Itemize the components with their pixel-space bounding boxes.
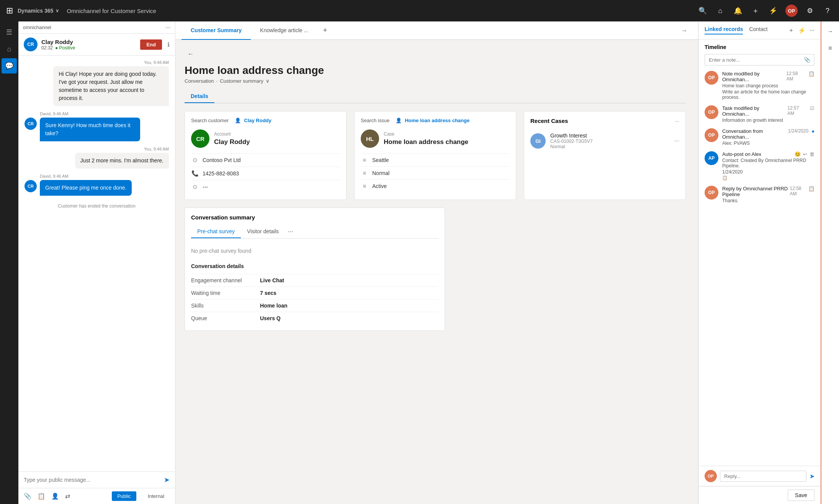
timeline-icon-1[interactable]: 📋 xyxy=(808,71,814,77)
top-nav: ⊞ Dynamics 365 ∨ Omnichannel for Custome… xyxy=(0,0,839,21)
public-button[interactable]: Public xyxy=(112,491,136,501)
note-attach-icon[interactable]: 📎 xyxy=(804,57,810,63)
attach-icon[interactable]: 📎 xyxy=(24,493,31,500)
conv-tab-more[interactable]: ··· xyxy=(285,225,296,238)
tab-customer-summary[interactable]: Customer Summary xyxy=(182,21,251,40)
customer-phone: 1425-882-8083 xyxy=(203,170,239,177)
conv-tab-prechat[interactable]: Pre-chat survey xyxy=(191,225,241,238)
status-icon: ≡ xyxy=(361,183,368,189)
save-button[interactable]: Save xyxy=(788,489,814,501)
breadcrumb-1[interactable]: Conversation xyxy=(185,78,214,84)
chat-input-area: ➤ xyxy=(18,471,175,488)
note-icon[interactable]: 📋 xyxy=(38,493,45,500)
customer-search-link[interactable]: Clay Roddy xyxy=(244,118,271,123)
reply-input[interactable] xyxy=(720,471,806,482)
timeline-reply-icon[interactable]: ↩ xyxy=(803,151,807,157)
tab-knowledge-article[interactable]: Knowledge article ... xyxy=(251,21,317,40)
customer-search-label: Search customer xyxy=(191,118,229,123)
sentiment-badge: ● Positive xyxy=(55,45,75,51)
customer-search-row: Search customer 👤 Clay Roddy xyxy=(191,118,340,123)
home-icon[interactable]: ⌂ xyxy=(715,5,726,16)
right-panel-tab-linked[interactable]: Linked records xyxy=(705,26,743,34)
timeline-desc-4a: Contact: Created By Omnichannel PRRD Pip… xyxy=(722,158,814,169)
timeline-content-3: Conversation from Omnichan... 1/24/2020 … xyxy=(722,128,814,146)
main-cards-row: Search customer 👤 Clay Roddy CR Account … xyxy=(185,111,686,200)
help-icon[interactable]: ? xyxy=(822,5,833,16)
breadcrumb: Conversation · Customer summary ∨ xyxy=(185,78,686,84)
case-item-more-1[interactable]: ··· xyxy=(674,137,679,144)
conv-detail-row-2: Waiting time 7 secs xyxy=(191,286,438,299)
far-right-sidebar: → ≡ xyxy=(821,21,839,504)
issue-avatar: HL xyxy=(361,129,379,148)
back-button[interactable]: ← xyxy=(185,49,197,59)
detail-tab-details[interactable]: Details xyxy=(185,90,214,103)
customer-company-row: ⊙ Contoso Pvt Ltd xyxy=(191,153,340,167)
timeline-avatar-4: AP xyxy=(705,151,718,165)
timeline-desc-1b: Write an article for the home loan chang… xyxy=(722,89,814,100)
details-tabs: Details xyxy=(185,90,686,103)
chat-header: CR Clay Roddy 02:32 ● Positive End ℹ xyxy=(18,34,175,56)
tab-collapse-button[interactable]: → xyxy=(677,21,692,40)
customer-avatar: CR xyxy=(191,129,209,148)
sidebar-chat-icon[interactable]: 💬 xyxy=(2,58,17,74)
right-panel-tab-contact[interactable]: Contact xyxy=(749,26,767,34)
reply-send-button[interactable]: ➤ xyxy=(810,473,814,480)
issue-search-link[interactable]: Home loan address change xyxy=(405,118,469,123)
transfer-icon[interactable]: ⇄ xyxy=(65,493,70,500)
send-button[interactable]: ➤ xyxy=(164,476,170,484)
timeline-icon-5[interactable]: 📋 xyxy=(808,186,814,191)
msg-bubble-c1: Sure Kenny! How much time does it take? xyxy=(40,118,140,141)
end-button[interactable]: End xyxy=(140,39,162,50)
user-avatar[interactable]: OP xyxy=(785,5,798,17)
grid-icon[interactable]: ⊞ xyxy=(6,6,13,16)
recent-cases-more[interactable]: ··· xyxy=(675,118,679,124)
add-icon[interactable]: ＋ xyxy=(750,5,761,16)
timeline-delete-icon[interactable]: 🗑 xyxy=(810,151,814,157)
internal-button[interactable]: Internal xyxy=(142,491,170,501)
right-panel-more-icon[interactable]: ··· xyxy=(810,27,814,34)
bell-icon[interactable]: 🔔 xyxy=(733,5,743,16)
msg-label-2: You, 9:48 AM xyxy=(75,147,169,151)
timeline-desc-4b: 1/24/2020 xyxy=(722,169,814,175)
brand-logo[interactable]: Dynamics 365 ∨ xyxy=(18,8,59,14)
chat-collapse-icon[interactable]: — xyxy=(165,25,170,30)
tab-add-button[interactable]: + xyxy=(317,21,333,40)
breadcrumb-2[interactable]: Customer summary xyxy=(220,78,263,84)
reply-input-area: OP ➤ xyxy=(698,466,821,486)
app-name: Omnichannel for Customer Service xyxy=(67,8,156,14)
msg-bubble-1: Hi Clay! Hope your are doing good today.… xyxy=(53,66,169,106)
breadcrumb-caret[interactable]: ∨ xyxy=(266,78,270,84)
timeline-icon-3[interactable]: ● xyxy=(811,128,814,134)
chat-input[interactable] xyxy=(24,477,161,483)
right-panel-add-icon[interactable]: ＋ xyxy=(788,26,794,34)
conv-value-2: 7 secs xyxy=(260,290,276,296)
tabs-row: Customer Summary Knowledge article ... +… xyxy=(175,21,698,40)
msg-label-1: You, 9:48 AM xyxy=(53,60,169,65)
sidebar-menu-icon[interactable]: ☰ xyxy=(2,25,17,40)
left-sidebar: ☰ ⌂ 💬 xyxy=(0,21,18,504)
case-info-1: Growth Interest CAS-01002-T3G5V7 Normal xyxy=(550,133,670,149)
timeline-desc-3a: Alex: PVAWS xyxy=(722,141,814,146)
timeline-content-2: Task modified by Omnichan... 12:57 AM ☑ … xyxy=(722,105,814,123)
settings-icon[interactable]: ⚙ xyxy=(805,5,815,16)
note-input[interactable] xyxy=(709,57,804,63)
chat-info-icon[interactable]: ℹ xyxy=(167,41,170,48)
conv-tab-visitor[interactable]: Visitor details xyxy=(241,225,285,238)
timeline-emoji-icon[interactable]: 😊 xyxy=(795,151,801,157)
far-right-list-icon[interactable]: ≡ xyxy=(823,41,837,55)
conv-value-3: Home loan xyxy=(260,303,288,309)
message-agent-1: You, 9:48 AM Hi Clay! Hope your are doin… xyxy=(53,60,169,106)
top-nav-icons: 🔍 ⌂ 🔔 ＋ ⚡ OP ⚙ ? xyxy=(697,5,833,17)
timeline-icon-2[interactable]: ☑ xyxy=(810,105,814,111)
filter-icon[interactable]: ⚡ xyxy=(768,5,778,16)
right-panel-filter-icon[interactable]: ⚡ xyxy=(798,27,806,34)
agent-icon[interactable]: 👤 xyxy=(51,493,59,500)
conv-detail-row-3: Skills Home loan xyxy=(191,299,438,312)
search-icon[interactable]: 🔍 xyxy=(697,5,708,16)
sidebar-home-icon[interactable]: ⌂ xyxy=(2,41,17,57)
location-icon: ≡ xyxy=(361,157,368,163)
timeline-title-4: Auto-post on Alex xyxy=(722,151,761,157)
issue-case-label: Case xyxy=(384,131,468,137)
right-panel-header: Linked records Contact ＋ ⚡ ··· xyxy=(698,21,821,39)
far-right-collapse-icon[interactable]: → xyxy=(823,25,837,38)
